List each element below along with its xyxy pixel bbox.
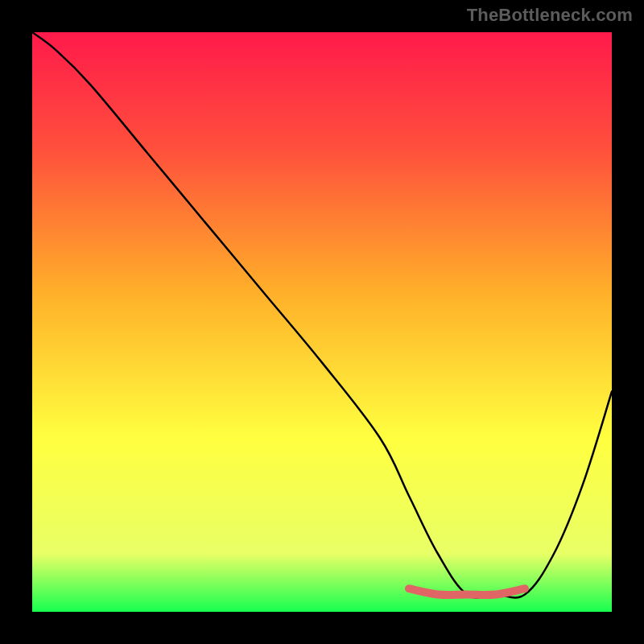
chart-frame: TheBottleneck.com [0, 0, 644, 644]
plot-area [32, 32, 612, 612]
chart-svg [32, 32, 612, 612]
watermark-label: TheBottleneck.com [467, 5, 633, 26]
